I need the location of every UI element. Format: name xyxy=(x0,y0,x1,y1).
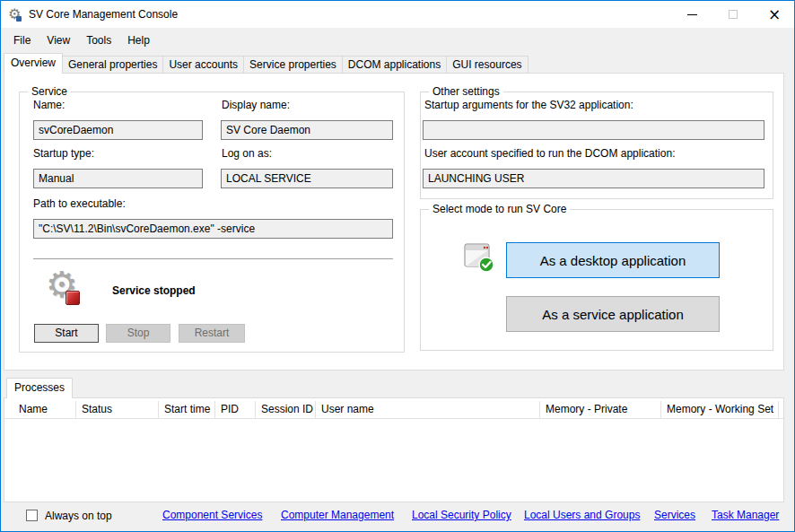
menu-view[interactable]: View xyxy=(39,28,78,53)
window-title: SV Core Management Console xyxy=(29,1,178,28)
path-field[interactable]: "C:\SV\11.2\Bin\svCoreDaemon.exe" -servi… xyxy=(33,219,393,239)
logon-field[interactable]: LOCAL SERVICE xyxy=(221,169,393,188)
tab-general-properties[interactable]: General properties xyxy=(62,56,163,74)
app-window: ⚙ SV Core Management Console × File View… xyxy=(0,0,795,532)
menu-file[interactable]: File xyxy=(5,28,39,53)
tab-processes[interactable]: Processes xyxy=(6,378,73,398)
column-header-pid[interactable]: PID xyxy=(215,401,256,418)
stopped-cube-icon xyxy=(66,291,80,305)
run-mode-group-label: Select mode to run SV Core xyxy=(429,203,570,215)
column-header-status[interactable]: Status xyxy=(76,401,159,418)
app-gear-icon: ⚙ xyxy=(8,6,21,22)
close-button[interactable]: × xyxy=(754,1,795,28)
path-label: Path to executable: xyxy=(33,197,126,210)
column-header-session-id[interactable]: Session ID xyxy=(256,401,316,418)
processes-table-header: Name Status Start time PID Session ID Us… xyxy=(4,401,783,419)
service-group-label: Service xyxy=(28,85,71,98)
tab-overview[interactable]: Overview xyxy=(4,53,63,74)
dcom-user-field[interactable]: LAUNCHING USER xyxy=(423,169,764,188)
startup-type-field[interactable]: Manual xyxy=(33,169,203,188)
column-header-start-time[interactable]: Start time xyxy=(159,401,215,418)
startup-args-field[interactable] xyxy=(423,120,764,140)
link-local-security-policy[interactable]: Local Security Policy xyxy=(412,509,511,521)
startup-type-label: Startup type: xyxy=(33,147,94,160)
link-local-users-and-groups[interactable]: Local Users and Groups xyxy=(524,509,640,521)
menu-help[interactable]: Help xyxy=(119,28,158,53)
name-label: Name: xyxy=(33,99,65,111)
link-computer-management[interactable]: Computer Management xyxy=(281,509,394,521)
always-on-top-label: Always on top xyxy=(45,510,112,522)
processes-table-body[interactable] xyxy=(4,419,783,501)
service-stopped-icon: ⚙ xyxy=(46,269,85,310)
always-on-top-checkbox[interactable] xyxy=(26,510,38,521)
main-tabstrip: Overview General properties User account… xyxy=(4,53,528,74)
column-header-name[interactable]: Name xyxy=(4,401,76,418)
link-component-services[interactable]: Component Services xyxy=(162,509,262,521)
column-header-memory-working-set[interactable]: Memory - Working Set xyxy=(661,401,779,418)
link-services[interactable]: Services xyxy=(654,509,695,521)
display-name-label: Display name: xyxy=(222,99,290,111)
startup-args-label: Startup arguments for the SV32 applicati… xyxy=(424,99,633,111)
desktop-app-window-icon xyxy=(464,242,494,273)
service-status-text: Service stopped xyxy=(112,284,196,297)
stop-button: Stop xyxy=(106,324,170,343)
close-icon: × xyxy=(768,7,781,22)
link-task-manager[interactable]: Task Manager xyxy=(712,509,779,521)
restart-button: Restart xyxy=(179,324,245,343)
column-header-memory-private[interactable]: Memory - Private xyxy=(540,401,661,418)
tab-service-properties[interactable]: Service properties xyxy=(243,56,343,74)
menu-bar: File View Tools Help xyxy=(1,28,794,53)
other-settings-group-label: Other settings xyxy=(429,85,503,98)
dcom-user-label: User account specified to run the DCOM a… xyxy=(424,147,675,160)
maximize-button[interactable] xyxy=(712,1,754,28)
logon-label: Log on as: xyxy=(222,147,272,160)
column-header-user-name[interactable]: User name xyxy=(316,401,540,418)
display-name-field[interactable]: SV Core Daemon xyxy=(221,120,393,140)
maximize-icon xyxy=(729,10,738,19)
service-name-field[interactable]: svCoreDaemon xyxy=(33,120,203,140)
service-application-button[interactable]: As a service application xyxy=(506,296,720,332)
menu-tools[interactable]: Tools xyxy=(78,28,119,53)
minimize-icon xyxy=(687,14,697,15)
minimize-button[interactable] xyxy=(671,1,712,28)
tab-user-accounts[interactable]: User accounts xyxy=(162,56,244,74)
desktop-application-button[interactable]: As a desktop application xyxy=(506,242,720,278)
service-separator xyxy=(33,258,393,259)
titlebar: ⚙ SV Core Management Console × xyxy=(1,1,794,28)
tab-dcom-applications[interactable]: DCOM applications xyxy=(342,56,447,74)
tab-gui-resources[interactable]: GUI resources xyxy=(446,56,528,74)
start-button[interactable]: Start xyxy=(34,324,99,343)
